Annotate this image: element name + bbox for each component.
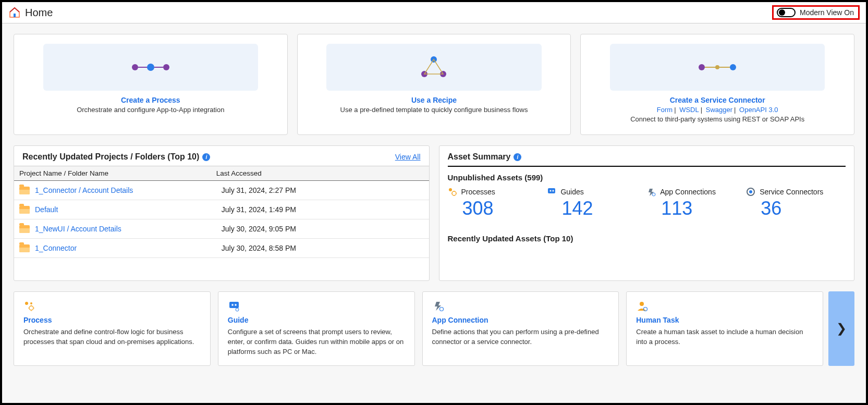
info-card-desc: Configure a set of screens that prompt u… bbox=[228, 327, 405, 357]
service-connectors-icon bbox=[746, 187, 755, 197]
svg-point-9 bbox=[699, 64, 705, 70]
folder-icon bbox=[19, 244, 30, 252]
info-card-guide[interactable]: Guide Configure a set of screens that pr… bbox=[218, 291, 415, 366]
stat-value: 142 bbox=[561, 198, 646, 219]
recent-projects-panel: Recently Updated Projects / Folders (Top… bbox=[14, 145, 430, 281]
use-recipe-desc: Use a pre-defined template to quickly co… bbox=[340, 106, 528, 114]
view-all-link[interactable]: View All bbox=[395, 153, 421, 161]
info-card-human-task[interactable]: Human Task Create a human task asset to … bbox=[626, 291, 823, 366]
content: Create a Process Orchestrate and configu… bbox=[2, 23, 866, 402]
svg-rect-24 bbox=[229, 302, 239, 308]
info-card-title: Guide bbox=[228, 316, 405, 324]
info-card-title: Process bbox=[23, 316, 201, 324]
info-card-process[interactable]: Process Orchestrate and define control-f… bbox=[14, 291, 211, 366]
stat-app-connections[interactable]: App Connections 113 bbox=[646, 187, 746, 219]
process-icon bbox=[43, 44, 259, 91]
unpublished-assets-title: Unpublished Assets (599) bbox=[448, 173, 846, 182]
row-accessed: July 30, 2024, 9:05 PM bbox=[222, 225, 424, 233]
svg-point-22 bbox=[30, 302, 32, 304]
asset-summary-panel: Asset Summary i Unpublished Assets (599)… bbox=[439, 145, 855, 281]
row-accessed: July 31, 2024, 2:27 PM bbox=[222, 186, 424, 194]
recent-projects-title-text: Recently Updated Projects / Folders (Top… bbox=[22, 152, 199, 162]
create-process-desc: Orchestrate and configure App-to-App int… bbox=[77, 106, 224, 114]
table-row[interactable]: Default July 31, 2024, 1:49 PM bbox=[14, 200, 429, 219]
mid-row: Recently Updated Projects / Folders (Top… bbox=[14, 145, 854, 281]
link-swagger[interactable]: Swagger bbox=[706, 106, 732, 114]
create-connector-desc: Connect to third-party systems using RES… bbox=[630, 115, 804, 123]
row-name[interactable]: 1_NewUI / Account Details bbox=[35, 225, 121, 233]
stat-value: 308 bbox=[462, 198, 547, 219]
divider bbox=[448, 166, 846, 167]
stats-row: Processes 308 Guides 142 App Connections… bbox=[448, 187, 846, 219]
stat-value: 36 bbox=[761, 198, 846, 219]
human-task-icon bbox=[636, 300, 813, 312]
svg-point-29 bbox=[640, 302, 644, 306]
svg-point-3 bbox=[147, 64, 154, 71]
page-title: Home bbox=[25, 7, 53, 19]
svg-point-16 bbox=[550, 190, 552, 192]
folder-icon bbox=[19, 206, 30, 214]
stat-service-connectors[interactable]: Service Connectors 36 bbox=[746, 187, 846, 219]
link-openapi[interactable]: OpenAPI 3.0 bbox=[739, 106, 778, 114]
svg-point-27 bbox=[236, 308, 239, 311]
create-connector-title[interactable]: Create a Service Connector bbox=[670, 96, 765, 104]
folder-icon bbox=[19, 225, 30, 233]
modern-view-toggle[interactable] bbox=[777, 8, 796, 17]
info-card-desc: Define actions that you can perform usin… bbox=[432, 327, 609, 347]
summary-body[interactable]: Unpublished Assets (599) Processes 308 G… bbox=[439, 166, 854, 275]
info-card-app-connection[interactable]: App Connection Define actions that you c… bbox=[422, 291, 619, 366]
connections-icon bbox=[646, 187, 656, 197]
row-name[interactable]: Default bbox=[35, 205, 58, 214]
svg-point-21 bbox=[25, 302, 28, 305]
home-icon bbox=[8, 6, 21, 19]
chevron-right-icon: ❯ bbox=[836, 321, 847, 336]
process-icon bbox=[23, 300, 201, 312]
row-accessed: July 31, 2024, 1:49 PM bbox=[222, 205, 424, 214]
info-icon[interactable]: i bbox=[202, 153, 210, 161]
table-row[interactable]: 1_Connector / Account Details July 31, 2… bbox=[14, 181, 429, 200]
connection-icon bbox=[432, 300, 609, 312]
link-wsdl[interactable]: WSDL bbox=[679, 106, 699, 114]
info-card-title: Human Task bbox=[636, 316, 813, 324]
folder-icon bbox=[19, 187, 30, 194]
link-form[interactable]: Form bbox=[657, 106, 673, 114]
svg-point-11 bbox=[715, 65, 719, 69]
connector-icon bbox=[610, 44, 825, 91]
stat-processes[interactable]: Processes 308 bbox=[448, 187, 547, 219]
svg-point-14 bbox=[452, 191, 456, 195]
row-name[interactable]: 1_Connector bbox=[35, 244, 77, 252]
guide-icon bbox=[228, 300, 405, 312]
svg-point-26 bbox=[235, 304, 237, 306]
col-project-name: Project Name / Folder Name bbox=[19, 169, 216, 177]
svg-rect-0 bbox=[14, 14, 16, 17]
table-row[interactable]: 1_Connector July 30, 2024, 8:58 PM bbox=[14, 239, 429, 258]
svg-point-20 bbox=[749, 190, 752, 193]
stat-label: Processes bbox=[461, 188, 495, 196]
svg-point-5 bbox=[163, 64, 169, 70]
create-connector-card: Create a Service Connector Form| WSDL| S… bbox=[580, 34, 854, 135]
asset-summary-title: Asset Summary i bbox=[448, 152, 522, 162]
col-last-accessed: Last Accessed bbox=[216, 169, 413, 177]
row-name[interactable]: 1_Connector / Account Details bbox=[35, 186, 133, 194]
svg-point-23 bbox=[29, 306, 33, 310]
info-icon[interactable]: i bbox=[514, 153, 521, 161]
carousel-next-button[interactable]: ❯ bbox=[828, 291, 854, 366]
recipe-icon bbox=[326, 44, 542, 91]
svg-point-25 bbox=[231, 304, 234, 306]
action-cards-row: Create a Process Orchestrate and configu… bbox=[14, 34, 854, 135]
info-card-desc: Create a human task asset to include a h… bbox=[636, 327, 813, 347]
stat-label: Service Connectors bbox=[760, 188, 823, 196]
table-header: Project Name / Folder Name Last Accessed bbox=[14, 166, 429, 181]
table-body[interactable]: 1_Connector / Account Details July 31, 2… bbox=[14, 181, 429, 280]
guides-icon bbox=[547, 187, 556, 197]
asset-summary-title-text: Asset Summary bbox=[448, 152, 511, 162]
modern-view-toggle-wrap: Modern View On bbox=[772, 5, 860, 20]
create-process-card[interactable]: Create a Process Orchestrate and configu… bbox=[14, 34, 288, 135]
stat-label: App Connections bbox=[660, 188, 716, 196]
info-cards-row: Process Orchestrate and define control-f… bbox=[14, 291, 854, 366]
use-recipe-card[interactable]: Use a Recipe Use a pre-defined template … bbox=[297, 34, 571, 135]
stat-guides[interactable]: Guides 142 bbox=[547, 187, 646, 219]
table-row[interactable]: 1_NewUI / Account Details July 30, 2024,… bbox=[14, 219, 429, 239]
info-card-desc: Orchestrate and define control-flow logi… bbox=[23, 327, 201, 347]
info-card-title: App Connection bbox=[432, 316, 609, 324]
